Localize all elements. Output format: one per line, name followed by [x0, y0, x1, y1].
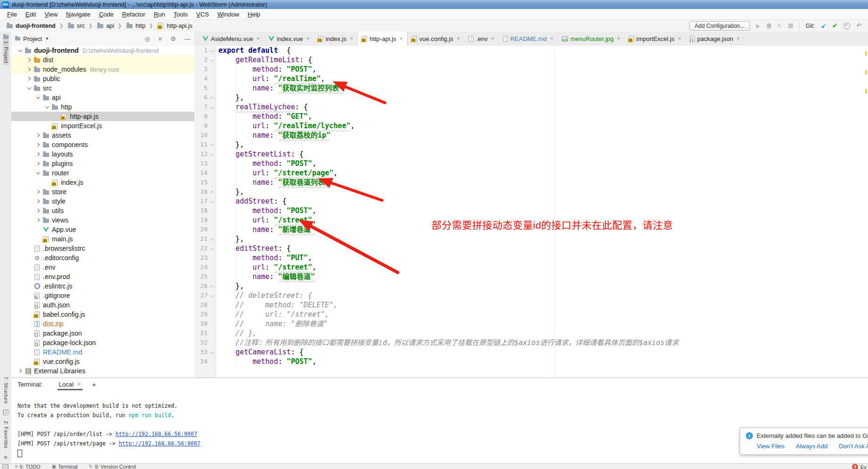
- tree-row-public[interactable]: public: [11, 74, 194, 83]
- tab-index-js[interactable]: index.js×: [314, 32, 357, 46]
- sidebar-tab-structure[interactable]: 7: Structure: [3, 377, 8, 404]
- close-icon[interactable]: ×: [491, 35, 494, 42]
- tree-row-utils[interactable]: utils: [11, 206, 194, 215]
- breadcrumb-item-duoji-frontend[interactable]: duoji-frontend: [5, 21, 57, 31]
- fold-marker-icon[interactable]: [209, 140, 216, 149]
- stop-icon[interactable]: [788, 24, 793, 28]
- code-editor[interactable]: 1export default {2 getRealTimeList: {3 m…: [194, 46, 868, 378]
- revert-icon[interactable]: ↶: [856, 22, 861, 29]
- tab-package-json[interactable]: package.json×: [685, 32, 744, 46]
- tree-row-main-js[interactable]: main.js: [11, 234, 194, 244]
- favorites-star-icon[interactable]: ★: [3, 454, 8, 461]
- fold-marker-icon[interactable]: [209, 197, 216, 206]
- tab-http-api-js[interactable]: http-api.js×: [357, 32, 407, 46]
- sidebar-tab-project[interactable]: 1: Project: [3, 33, 9, 65]
- tree-row-store[interactable]: store: [11, 187, 194, 197]
- tree-row-duoji-frontend[interactable]: duoji-frontendD:\zheheWeb\duoji-frontend: [11, 46, 194, 55]
- menu-item-view[interactable]: View: [40, 10, 62, 19]
- chevron-down-icon[interactable]: [44, 102, 51, 112]
- tree-row-editorconfig[interactable]: ⚙.editorconfig: [11, 253, 194, 263]
- add-configuration-button[interactable]: Add Configuration...: [689, 21, 750, 31]
- tree-row-src[interactable]: src: [11, 83, 194, 93]
- fold-marker-icon[interactable]: [209, 93, 216, 102]
- tree-row-browserslistrc[interactable]: .browserslistrc: [11, 244, 194, 253]
- tree-row-importexcel-js[interactable]: importExcel.js: [11, 121, 194, 131]
- menu-item-vcs[interactable]: VCS: [192, 10, 213, 19]
- tree-row-vue-config-js[interactable]: vue.config.js: [11, 357, 194, 366]
- menu-item-tools[interactable]: Tools: [169, 10, 192, 19]
- menu-item-run[interactable]: Run: [150, 10, 169, 19]
- project-view-selector[interactable]: Project ▼: [15, 35, 49, 42]
- tab-vue-config-js[interactable]: vue.config.js×: [408, 32, 464, 46]
- tree-row-env-prod[interactable]: .env.prod: [11, 272, 194, 281]
- tree-row-components[interactable]: components: [11, 140, 194, 149]
- tree-row-external-libraries[interactable]: External Libraries: [11, 366, 194, 376]
- tree-row-api[interactable]: api: [11, 93, 194, 102]
- chevron-right-icon[interactable]: [35, 159, 42, 168]
- sidebar-tab-favorites[interactable]: 2: Favorites: [3, 421, 8, 448]
- panel-settings-icon[interactable]: ⚙: [170, 35, 176, 42]
- close-icon[interactable]: ×: [550, 35, 553, 42]
- fold-marker-icon[interactable]: [209, 244, 216, 253]
- fold-marker-icon[interactable]: [209, 281, 216, 291]
- menu-item-file[interactable]: File: [3, 10, 21, 19]
- tree-row-style[interactable]: style: [11, 197, 194, 206]
- grid-icon[interactable]: [3, 410, 8, 415]
- fold-marker-icon[interactable]: [209, 149, 216, 159]
- close-icon[interactable]: ×: [736, 35, 740, 42]
- chevron-right-icon[interactable]: [17, 366, 24, 376]
- chevron-right-icon[interactable]: [35, 215, 42, 225]
- breadcrumb-item-http-api-js[interactable]: http-api.js: [156, 21, 193, 31]
- menu-item-window[interactable]: Window: [213, 10, 243, 19]
- notification-link-always-add[interactable]: Always Add: [796, 443, 827, 450]
- breadcrumb-item-api[interactable]: api: [95, 21, 115, 31]
- chevron-right-icon[interactable]: [35, 149, 42, 159]
- chevron-right-icon[interactable]: [26, 74, 33, 83]
- tree-row-eslintrc-js[interactable]: .eslintrc.js: [11, 281, 194, 291]
- close-icon[interactable]: ×: [678, 35, 681, 42]
- event-log-indicator[interactable]: 2 Ev: [852, 464, 867, 469]
- tree-row-package-lock-json[interactable]: package-lock.json: [11, 338, 194, 347]
- close-icon[interactable]: ×: [457, 35, 460, 42]
- close-icon[interactable]: ×: [257, 35, 260, 42]
- statusbar-item-6-todo[interactable]: ≡6: TODO: [15, 464, 40, 469]
- chevron-down-icon[interactable]: [35, 168, 42, 178]
- fold-marker-icon[interactable]: [209, 347, 216, 357]
- locate-file-icon[interactable]: ◎: [144, 35, 150, 42]
- close-icon[interactable]: ×: [350, 35, 353, 42]
- terminal-link[interactable]: http://192.168.66.56:9007: [119, 440, 200, 447]
- tab-importexcel-js[interactable]: importExcel.js×: [625, 32, 685, 46]
- tree-row-auth-json[interactable]: auth.json: [11, 300, 194, 310]
- fold-marker-icon[interactable]: [209, 187, 216, 197]
- tree-row-readme-md[interactable]: README.md: [11, 347, 194, 357]
- breadcrumb-item-src[interactable]: src: [66, 21, 86, 31]
- chevron-down-icon[interactable]: [17, 46, 24, 55]
- tree-row-assets[interactable]: assets: [11, 131, 194, 140]
- toolwindow-toggle-icon[interactable]: [2, 464, 8, 469]
- tree-row-gitignore[interactable]: .gitignore: [11, 291, 194, 300]
- tree-row-index-js[interactable]: index.js: [11, 178, 194, 187]
- terminal-link[interactable]: http://192.168.66.56:9007: [116, 431, 197, 437]
- fold-marker-icon[interactable]: [209, 234, 216, 244]
- notification-link-view-files[interactable]: View Files: [757, 443, 785, 450]
- tree-row-views[interactable]: views: [11, 215, 194, 225]
- run-coverage-icon[interactable]: ↻: [777, 23, 782, 29]
- chevron-right-icon[interactable]: [26, 55, 33, 65]
- fold-marker-icon[interactable]: [209, 46, 216, 55]
- git-commit-icon[interactable]: ✔: [832, 22, 837, 29]
- history-icon[interactable]: [843, 23, 850, 29]
- collapse-all-icon[interactable]: ≡: [159, 35, 162, 42]
- tree-row-env[interactable]: .env: [11, 263, 194, 272]
- tree-row-router[interactable]: router: [11, 168, 194, 178]
- tab-readme-md[interactable]: README.md×: [499, 32, 558, 46]
- chevron-right-icon[interactable]: [35, 131, 42, 140]
- close-icon[interactable]: ×: [400, 35, 403, 42]
- tree-row-app-vue[interactable]: App.vue: [11, 225, 194, 234]
- fold-marker-icon[interactable]: [209, 102, 216, 112]
- close-icon[interactable]: ✕: [77, 381, 81, 387]
- menu-item-refactor[interactable]: Refactor: [118, 10, 150, 19]
- tree-row-dist-zip[interactable]: dist.zip: [11, 319, 194, 329]
- tab-env[interactable]: .env×: [464, 32, 499, 46]
- menu-item-edit[interactable]: Edit: [21, 10, 40, 19]
- breadcrumb-item-http[interactable]: http: [125, 21, 146, 31]
